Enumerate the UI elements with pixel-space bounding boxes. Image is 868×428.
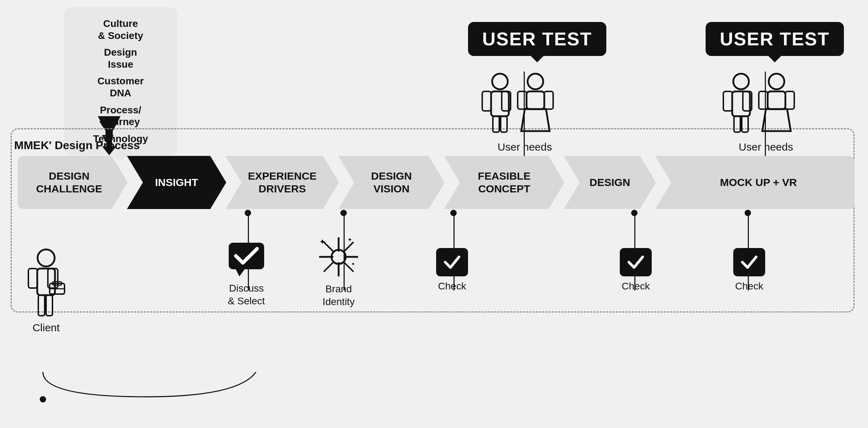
svg-rect-40 xyxy=(229,243,264,269)
step-design-challenge: DESIGNCHALLENGE xyxy=(18,156,128,209)
client-area: Client xyxy=(21,248,71,334)
svg-rect-33 xyxy=(28,269,37,288)
check-2-label: Check xyxy=(622,281,650,292)
client-label: Client xyxy=(33,322,60,334)
svg-rect-39 xyxy=(46,295,52,316)
svg-text:✦: ✦ xyxy=(347,237,352,243)
svg-marker-28 xyxy=(762,109,791,131)
svg-point-15 xyxy=(528,74,543,89)
svg-rect-38 xyxy=(38,295,45,316)
check-1-area: Check xyxy=(436,248,468,292)
svg-rect-24 xyxy=(734,116,740,132)
step-design-vision: DESIGNVISION xyxy=(338,156,445,209)
step-feasible-concept: FEASIBLECONCEPT xyxy=(444,156,564,209)
svg-line-49 xyxy=(324,262,333,272)
svg-rect-14 xyxy=(501,116,507,132)
svg-rect-18 xyxy=(518,91,527,109)
main-container: Culture& Society DesignIssue CustomerDNA… xyxy=(0,0,868,428)
check-1-badge xyxy=(436,248,468,276)
svg-text:✦: ✦ xyxy=(319,237,326,246)
brand-identity-label: BrandIdentity xyxy=(323,283,355,309)
client-curve-line xyxy=(40,372,260,400)
svg-rect-30 xyxy=(785,91,794,109)
svg-line-48 xyxy=(344,242,354,252)
bubble-item-3: CustomerDNA xyxy=(74,75,167,99)
svg-rect-11 xyxy=(482,91,491,111)
check-2-badge xyxy=(620,248,652,276)
client-icon xyxy=(21,248,71,319)
svg-rect-32 xyxy=(37,269,55,295)
svg-text:✦: ✦ xyxy=(351,261,355,267)
user-needs-label-1: User needs xyxy=(482,141,567,153)
discuss-select-area: Discuss& Select xyxy=(227,241,266,308)
discuss-icon xyxy=(227,241,266,276)
step-experience-drivers: EXPERIENCEDRIVERS xyxy=(226,156,339,209)
svg-rect-16 xyxy=(527,91,544,109)
step-mock-up-vr: MOCK UP + VR xyxy=(655,156,855,209)
process-bar: DESIGNCHALLENGE INSIGHT EXPERIENCEDRIVER… xyxy=(18,156,855,209)
svg-point-20 xyxy=(733,74,749,89)
brand-identity-area: ✦ ✦ ✦ BrandIdentity xyxy=(316,234,362,309)
svg-rect-13 xyxy=(493,116,499,132)
svg-rect-21 xyxy=(732,91,750,116)
step-design: DESIGN xyxy=(564,156,656,209)
svg-point-31 xyxy=(38,249,55,266)
user-needs-label-2: User needs xyxy=(723,141,808,153)
bubble-item-1: Culture& Society xyxy=(74,18,167,41)
check-1-label: Check xyxy=(438,281,466,292)
svg-point-26 xyxy=(769,74,784,89)
svg-rect-10 xyxy=(491,91,509,116)
check-3-area: Check xyxy=(733,248,765,292)
user-test-2-vline xyxy=(765,72,766,159)
user-test-bubble-1: USER TEST xyxy=(468,22,606,56)
svg-point-50 xyxy=(332,250,346,264)
bubble-item-2: DesignIssue xyxy=(74,46,167,70)
svg-rect-25 xyxy=(742,116,748,132)
check-3-label: Check xyxy=(735,281,763,292)
svg-rect-22 xyxy=(723,91,732,111)
check-3-badge xyxy=(733,248,765,276)
check-2-area: Check xyxy=(620,248,652,292)
svg-marker-41 xyxy=(236,269,245,276)
user-test-persons-2 xyxy=(716,71,816,135)
svg-rect-27 xyxy=(768,91,785,109)
svg-marker-17 xyxy=(521,109,550,131)
user-test-persons-1 xyxy=(475,71,574,135)
user-test-bubble-2: USER TEST xyxy=(706,22,844,56)
discuss-select-label: Discuss& Select xyxy=(228,282,265,308)
mmek-label: MMEK' Design Process xyxy=(14,139,140,152)
brand-identity-icon: ✦ ✦ ✦ xyxy=(316,234,362,280)
svg-point-9 xyxy=(492,74,508,89)
step-insight: INSIGHT xyxy=(127,156,226,209)
svg-rect-19 xyxy=(544,91,553,109)
svg-rect-29 xyxy=(759,91,768,109)
user-test-1-vline xyxy=(524,72,525,159)
